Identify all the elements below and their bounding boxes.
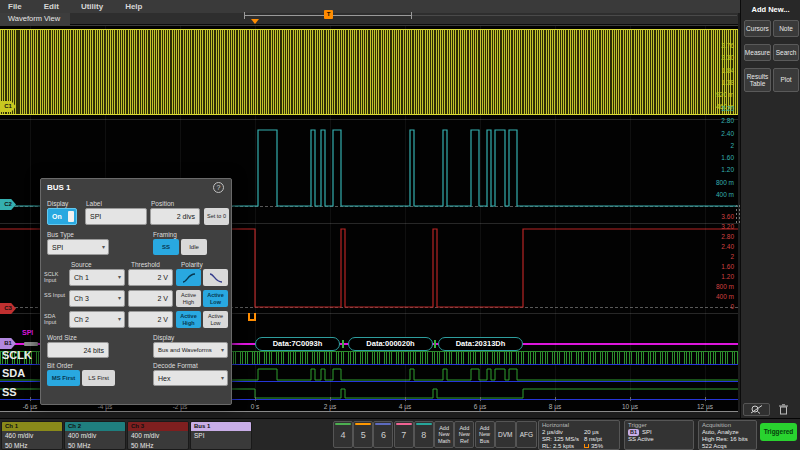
ss-source-dropdown[interactable]: Ch 3 (69, 290, 125, 307)
ch3-scale-label: 2.40 (721, 243, 734, 251)
time-label: 6 µs (474, 403, 486, 410)
channel-5-button[interactable]: 5 (353, 421, 373, 448)
acquisition-mode: Auto, Analyze (702, 429, 739, 436)
ms-first-button[interactable]: MS First (47, 370, 80, 386)
position-input[interactable]: 2 divs (150, 208, 200, 225)
bus-decode-frame: Data:7C0093h (255, 337, 340, 351)
badge-scale: 400 m/div (128, 431, 188, 441)
bus-decode-frame: Data:000020h (348, 337, 433, 351)
horizontal-window: 20 µs (584, 429, 599, 436)
zoom-off-icon (750, 405, 764, 414)
afg-button[interactable]: AFG (516, 421, 537, 448)
ch2-scale-label: 800 m (716, 179, 734, 187)
time-label: -6 µs (23, 403, 38, 410)
trigger-type: SPI (642, 429, 652, 436)
ch1-scale-label: 1.38 (721, 79, 734, 87)
results-sidebar: Add New... Cursors Note Measure Search R… (740, 0, 800, 418)
help-icon[interactable]: ? (213, 182, 224, 193)
ch3-scale-label: 2 (730, 253, 734, 261)
time-label: 2 µs (324, 403, 336, 410)
menu-help[interactable]: Help (125, 2, 142, 11)
channel-color-strip (416, 423, 432, 425)
word-size-input[interactable]: 24 bits (47, 342, 109, 358)
ls-first-button[interactable]: LS First (82, 370, 115, 386)
trigger-position-icon[interactable] (251, 19, 259, 24)
zoom-tool-button[interactable] (743, 403, 770, 416)
badge-ch3[interactable]: Ch 3400 m/div50 MHz (127, 421, 189, 450)
search-button[interactable]: Search (773, 44, 799, 61)
badge-header: Ch 1 (2, 422, 62, 431)
settings-bar: 45678Add New MathAdd New RefAdd New BusD… (0, 418, 800, 450)
plot-button[interactable]: Plot (773, 68, 799, 92)
channel-7-button[interactable]: 7 (394, 421, 414, 448)
bus-label-input[interactable]: SPI (85, 208, 147, 225)
sclk-source-dropdown[interactable]: Ch 1 (69, 269, 125, 286)
sidebar-splitter[interactable] (735, 204, 741, 224)
acquisition-resolution: High Res: 16 bits (702, 436, 748, 443)
sclk-threshold-input[interactable]: 2 V (128, 269, 173, 286)
dvm-button[interactable]: DVM (495, 421, 516, 448)
channel-6-button[interactable]: 6 (373, 421, 393, 448)
add-new-bus-button[interactable]: Add New Bus (475, 421, 495, 448)
sda-active-high-button[interactable]: Active High (176, 311, 201, 328)
sclk-polarity-falling-button[interactable] (203, 269, 228, 286)
bus-handle[interactable] (24, 342, 38, 346)
trash-button[interactable] (774, 403, 792, 416)
bus-type-dropdown[interactable]: SPI (47, 239, 109, 255)
ch2-scale-label: 3.20 (721, 105, 734, 113)
menu-edit[interactable]: Edit (44, 2, 59, 11)
digital-label-sda: SDA (2, 367, 25, 379)
sclk-input-label: SCLK Input (44, 271, 68, 284)
framing-idle-button[interactable]: Idle (181, 239, 207, 255)
tab-waveform-view[interactable]: Waveform View (0, 13, 70, 25)
sample-interval: 8 ns/pt (584, 436, 602, 443)
display-mode-label: Display (153, 334, 174, 341)
ch2-scale-label: 2.40 (721, 130, 734, 138)
channel-8-button[interactable]: 8 (414, 421, 434, 448)
sda-threshold-input[interactable]: 2 V (128, 311, 173, 328)
acquisition-panel[interactable]: Acquisition Auto, Analyze High Res: 16 b… (698, 420, 757, 450)
menu-utility[interactable]: Utility (81, 2, 103, 11)
framing-label: Framing (153, 231, 177, 238)
horizontal-panel[interactable]: Horizontal 2 µs/div20 µs SR: 125 MS/s8 n… (538, 420, 620, 450)
results-table-button[interactable]: Results Table (744, 68, 771, 92)
trigger-record-marker[interactable]: T (324, 10, 333, 19)
display-mode-dropdown[interactable]: Bus and Waveforms (153, 342, 228, 358)
badge-ch2[interactable]: Ch 2400 m/div50 MHz (64, 421, 126, 450)
ch3-scale-label: 800 m (716, 283, 734, 291)
time-tick (255, 397, 256, 401)
badge-bus1[interactable]: Bus 1SPI (190, 421, 252, 450)
ch1-scale-label: 920 m (716, 91, 734, 99)
badge-ch1[interactable]: Ch 1460 m/div50 MHz (1, 421, 63, 450)
sclk-polarity-rising-button[interactable] (176, 269, 201, 286)
sda-active-low-button[interactable]: Active Low (203, 311, 228, 328)
ss-active-low-button[interactable]: Active Low (203, 290, 228, 307)
sda-source-dropdown[interactable]: Ch 2 (69, 311, 125, 328)
measure-button[interactable]: Measure (744, 44, 771, 61)
ss-active-high-button[interactable]: Active High (176, 290, 201, 307)
time-tick (630, 397, 631, 401)
ss-threshold-input[interactable]: 2 V (128, 290, 173, 307)
add-new-ref-button[interactable]: Add New Ref (454, 421, 474, 448)
badge-bandwidth: 50 MHz (2, 441, 62, 450)
channel-color-strip (375, 423, 391, 425)
note-button[interactable]: Note (773, 20, 799, 37)
grid-column (705, 26, 706, 406)
decode-format-dropdown[interactable]: Hex (153, 370, 228, 386)
falling-edge-icon (209, 273, 223, 283)
add-new-math-button[interactable]: Add New Math (434, 421, 454, 448)
display-on-toggle[interactable]: On (47, 208, 77, 225)
framing-ss-button[interactable]: SS (153, 239, 179, 255)
grid-column (30, 26, 31, 406)
set-to-zero-button[interactable]: Set to 0 (204, 208, 229, 225)
channel-4-button[interactable]: 4 (333, 421, 353, 448)
channel-color-strip (355, 423, 371, 425)
trigger-source-badge: B1 (628, 429, 639, 436)
menu-bar: FileEditUtilityHelp (0, 0, 740, 13)
trigger-panel[interactable]: Trigger B1SPI SS Active (624, 420, 694, 450)
horizontal-title: Horizontal (542, 422, 616, 429)
cursors-button[interactable]: Cursors (744, 20, 771, 37)
toggle-state-text: On (52, 213, 62, 220)
bus-type-label: Bus Type (47, 231, 74, 238)
menu-file[interactable]: File (8, 2, 22, 11)
